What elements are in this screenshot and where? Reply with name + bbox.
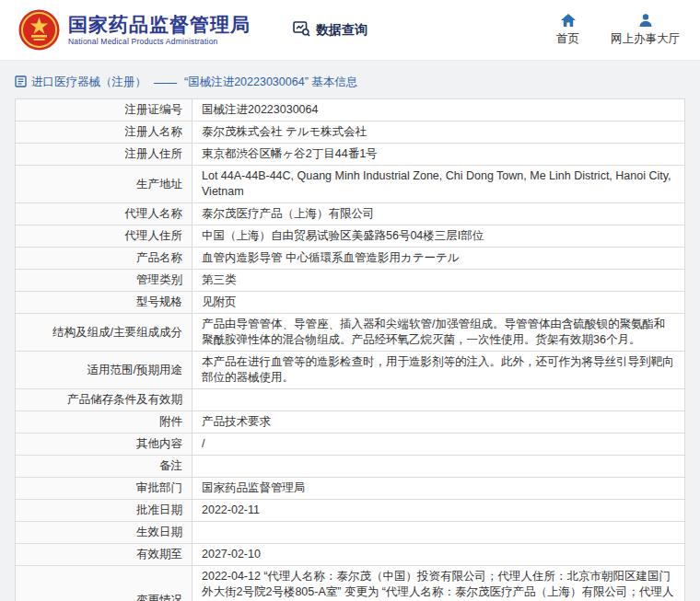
row-value: 泰尔茂株式会社 テルモ株式会社 bbox=[192, 121, 685, 144]
table-row: 代理人名称泰尔茂医疗产品（上海）有限公司 bbox=[16, 203, 685, 225]
row-label: 结构及组成/主要组成成分 bbox=[16, 314, 192, 352]
row-label: 代理人名称 bbox=[16, 203, 192, 225]
breadcrumb-separator: —— bbox=[154, 76, 177, 89]
row-label: 产品储存条件及有效期 bbox=[16, 389, 192, 411]
user-icon bbox=[639, 14, 652, 28]
table-row: 注册人住所東京都渋谷区幡ヶ谷2丁目44番1号 bbox=[16, 144, 685, 166]
row-label: 注册人名称 bbox=[16, 121, 192, 144]
table-row: 代理人住所中国（上海）自由贸易试验区美盛路56号04楼三层I部位 bbox=[16, 225, 685, 248]
data-query-label: 数据查询 bbox=[316, 22, 368, 39]
table-row: 附件产品技术要求 bbox=[16, 411, 685, 433]
row-label: 生产地址 bbox=[16, 166, 192, 203]
table-row: 其他内容/ bbox=[16, 433, 685, 456]
row-label: 注册人住所 bbox=[16, 144, 192, 166]
nav-home-label: 首页 bbox=[556, 31, 579, 47]
row-value: Lot 44A-44B-44C, Quang Minh Industrial Z… bbox=[192, 166, 685, 203]
row-label: 审批部门 bbox=[16, 478, 192, 500]
row-label: 有效期至 bbox=[16, 544, 192, 566]
document-icon bbox=[15, 75, 27, 90]
table-row: 有效期至2027-02-10 bbox=[16, 544, 685, 566]
row-value: 国械注进20223030064 bbox=[192, 99, 685, 121]
row-label: 批准日期 bbox=[16, 500, 192, 522]
table-row: 批准日期2022-02-11 bbox=[16, 500, 685, 522]
breadcrumb-title: “国械注进20223030064” 基本信息 bbox=[184, 75, 357, 90]
row-value: 产品技术要求 bbox=[192, 411, 685, 433]
row-value: / bbox=[192, 433, 685, 456]
table-row: 产品储存条件及有效期 bbox=[16, 389, 685, 411]
table-row: 备注 bbox=[16, 456, 685, 478]
row-value: 東京都渋谷区幡ヶ谷2丁目44番1号 bbox=[192, 144, 685, 166]
row-value: 中国（上海）自由贸易试验区美盛路56号04楼三层I部位 bbox=[192, 225, 685, 248]
row-label: 注册证编号 bbox=[16, 99, 192, 121]
table-row: 管理类别第三类 bbox=[16, 270, 685, 292]
row-value: 国家药品监督管理局 bbox=[192, 478, 685, 500]
info-table: 注册证编号国械注进20223030064注册人名称泰尔茂株式会社 テルモ株式会社… bbox=[15, 98, 685, 601]
row-value: 泰尔茂医疗产品（上海）有限公司 bbox=[192, 203, 685, 225]
nav-home[interactable]: 首页 bbox=[556, 14, 579, 47]
table-row: 变更情况2022-04-12 “代理人名称：泰尔茂（中国）投资有限公司；代理人住… bbox=[16, 566, 685, 601]
row-value: 本产品在进行血管等的造影检查时，用于造影剂等的注入。此外，还可作为将导丝引导到靶… bbox=[192, 352, 685, 389]
header: 国家药品监督管理局 National Medical Products Admi… bbox=[0, 0, 700, 61]
row-value bbox=[192, 389, 685, 411]
row-label: 型号规格 bbox=[16, 292, 192, 314]
breadcrumb: 进口医疗器械（注册） —— “国械注进20223030064” 基本信息 bbox=[15, 61, 685, 98]
row-value: 第三类 bbox=[192, 270, 685, 292]
table-row: 生产地址Lot 44A-44B-44C, Quang Minh Industri… bbox=[16, 166, 685, 203]
data-query-nav[interactable]: 数据查询 bbox=[293, 21, 368, 40]
row-value: 2022-04-12 “代理人名称：泰尔茂（中国）投资有限公司；代理人住所：北京… bbox=[192, 566, 685, 601]
row-value: 见附页 bbox=[192, 292, 685, 314]
row-label: 适用范围/预期用途 bbox=[16, 352, 192, 389]
nav-service-hall[interactable]: 网上办事大厅 bbox=[611, 14, 680, 47]
site-logo: 国家药品监督管理局 National Medical Products Admi… bbox=[18, 9, 251, 51]
row-label: 备注 bbox=[16, 456, 192, 478]
table-row: 型号规格见附页 bbox=[16, 292, 685, 314]
header-nav: 首页 网上办事大厅 bbox=[556, 14, 687, 47]
national-emblem-icon bbox=[18, 9, 60, 51]
row-label: 变更情况 bbox=[16, 566, 192, 601]
data-query-icon bbox=[293, 21, 310, 40]
row-value: 产品由导管管体、导管座、插入器和尖端软管/加强管组成。导管管体由含硫酸钡的聚氨酯… bbox=[192, 314, 685, 352]
row-label: 管理类别 bbox=[16, 270, 192, 292]
row-label: 其他内容 bbox=[16, 433, 192, 456]
row-value: 2027-02-10 bbox=[192, 544, 685, 566]
row-value: 2022-02-11 bbox=[192, 500, 685, 522]
table-row: 适用范围/预期用途本产品在进行血管等的造影检查时，用于造影剂等的注入。此外，还可… bbox=[16, 352, 685, 389]
breadcrumb-section[interactable]: 进口医疗器械（注册） bbox=[31, 75, 146, 90]
row-label: 生效日期 bbox=[16, 522, 192, 544]
site-subtitle: National Medical Products Administration bbox=[68, 38, 251, 46]
site-title: 国家药品监督管理局 bbox=[68, 14, 251, 35]
row-label: 附件 bbox=[16, 411, 192, 433]
site-title-block: 国家药品监督管理局 National Medical Products Admi… bbox=[68, 14, 251, 46]
info-table-body: 注册证编号国械注进20223030064注册人名称泰尔茂株式会社 テルモ株式会社… bbox=[16, 99, 685, 601]
table-row: 审批部门国家药品监督管理局 bbox=[16, 478, 685, 500]
row-value bbox=[192, 456, 685, 478]
row-value: 血管内造影导管 中心循環系血管造影用カテーテル bbox=[192, 248, 685, 270]
table-row: 注册人名称泰尔茂株式会社 テルモ株式会社 bbox=[16, 121, 685, 144]
table-row: 生效日期 bbox=[16, 522, 685, 544]
row-label: 产品名称 bbox=[16, 248, 192, 270]
home-icon bbox=[561, 14, 576, 28]
row-label: 代理人住所 bbox=[16, 225, 192, 248]
table-row: 结构及组成/主要组成成分产品由导管管体、导管座、插入器和尖端软管/加强管组成。导… bbox=[16, 314, 685, 352]
nav-service-hall-label: 网上办事大厅 bbox=[611, 31, 680, 47]
row-value bbox=[192, 522, 685, 544]
table-row: 注册证编号国械注进20223030064 bbox=[16, 99, 685, 121]
table-row: 产品名称血管内造影导管 中心循環系血管造影用カテーテル bbox=[16, 248, 685, 270]
